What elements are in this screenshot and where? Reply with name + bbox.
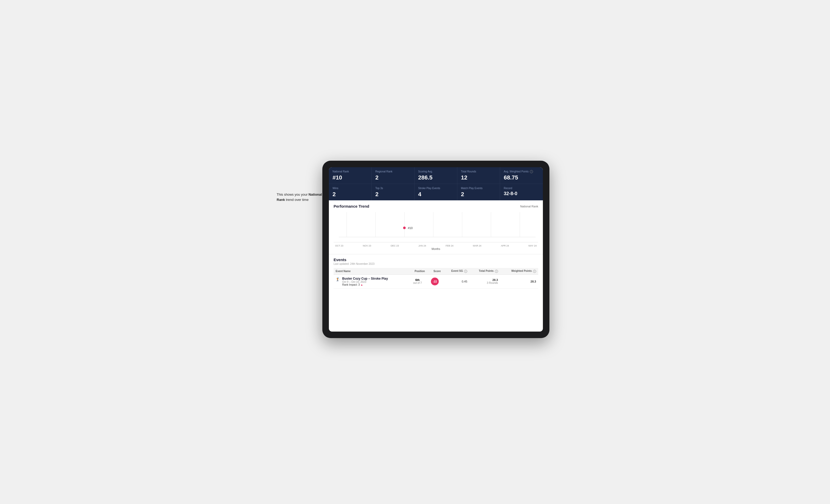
event-weighted-points: 28.3 bbox=[500, 274, 538, 288]
annotation-text: This shows you your National Rank trend … bbox=[277, 192, 329, 202]
stats-row-2: Wins 2 Top 3s 2 Stroke Play Events 4 Mat… bbox=[329, 184, 543, 200]
events-section: Events Last updated: 24th November 2023 … bbox=[329, 254, 543, 292]
stat-match-play-events: Match Play Events 2 bbox=[457, 184, 500, 200]
svg-text:#10: #10 bbox=[408, 227, 412, 230]
tablet-screen: National Rank #10 Regional Rank 2 Scorin… bbox=[329, 167, 543, 332]
col-position: Position bbox=[408, 268, 427, 274]
stat-total-rounds: Total Rounds 12 bbox=[457, 167, 500, 183]
stat-wins: Wins 2 bbox=[329, 184, 372, 200]
svg-point-9 bbox=[403, 227, 406, 229]
stats-row-1: National Rank #10 Regional Rank 2 Scorin… bbox=[329, 167, 543, 184]
stat-national-rank: National Rank #10 bbox=[329, 167, 372, 183]
col-event-sg: Event SG i bbox=[443, 268, 470, 274]
event-position: 6th out of 7 bbox=[408, 274, 427, 288]
stat-avg-weighted: Avg. Weighted Points i 68.75 bbox=[500, 167, 543, 183]
stat-record: Record 32-8-0 bbox=[500, 184, 543, 200]
tablet-device: National Rank #10 Regional Rank 2 Scorin… bbox=[322, 161, 549, 338]
col-score: Score bbox=[427, 268, 443, 274]
event-score: -22 bbox=[427, 274, 443, 288]
stat-scoring-avg: Scoring Avg. 286.5 bbox=[414, 167, 457, 183]
stat-regional-rank: Regional Rank 2 bbox=[372, 167, 414, 183]
event-icon: 🏌️ bbox=[336, 277, 340, 281]
main-content: Performance Trend National Rank bbox=[329, 200, 543, 332]
chart-x-title: Months bbox=[333, 247, 538, 250]
chart-svg: #10 bbox=[333, 211, 538, 242]
performance-chart: #10 bbox=[333, 211, 538, 242]
col-total-points: Total Points i bbox=[469, 268, 500, 274]
stat-stroke-play-events: Stroke Play Events 4 bbox=[414, 184, 457, 200]
events-table: Event Name Position Score Event SG i bbox=[333, 268, 538, 288]
event-sg: 0.45 bbox=[443, 274, 470, 288]
section-header: Performance Trend National Rank bbox=[333, 204, 538, 208]
chart-x-labels: OCT 23 NOV 23 DEC 23 JAN 24 FEB 24 MAR 2… bbox=[333, 243, 538, 247]
event-name-cell: 🏌️ Buster Cozy Cup – Stroke Play Oct 9 –… bbox=[333, 274, 408, 288]
performance-trend-section: Performance Trend National Rank bbox=[329, 200, 543, 254]
col-event-name: Event Name bbox=[333, 268, 408, 274]
col-weighted-points: Weighted Points i bbox=[500, 268, 538, 274]
event-total-points: 28.3 3 Rounds bbox=[469, 274, 500, 288]
table-row: 🏌️ Buster Cozy Cup – Stroke Play Oct 9 –… bbox=[333, 274, 538, 288]
stat-top3s: Top 3s 2 bbox=[372, 184, 414, 200]
table-header-row: Event Name Position Score Event SG i bbox=[333, 268, 538, 274]
